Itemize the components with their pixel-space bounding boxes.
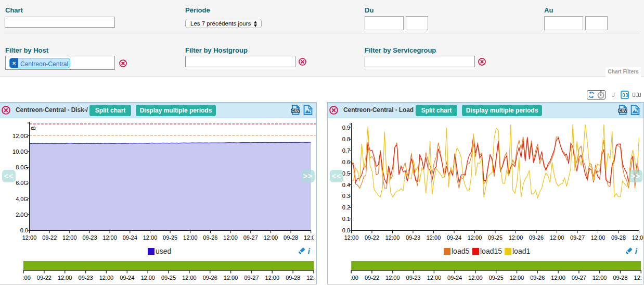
svg-text:B: B	[30, 126, 36, 130]
svg-text:12:00: 12:00	[509, 234, 523, 241]
svg-text:12:00: 12:00	[58, 275, 72, 281]
svg-text:09-23: 09-23	[82, 234, 97, 241]
svg-text:09-23: 09-23	[79, 275, 93, 281]
svg-text:0.3: 0.3	[342, 193, 350, 199]
svg-text:0.7: 0.7	[342, 147, 350, 154]
svg-text:09-23: 09-23	[406, 234, 420, 241]
svg-text:12:00: 12:00	[182, 275, 197, 281]
svg-text:12:00: 12:00	[22, 234, 37, 241]
svg-text:09-28: 09-28	[611, 234, 626, 241]
svg-text:12:00: 12:00	[550, 234, 564, 241]
svg-text:12:00: 12:00	[223, 234, 238, 241]
svg-text:09-26: 09-26	[203, 234, 217, 241]
svg-text:09-25: 09-25	[161, 275, 176, 281]
svg-text:12:00: 12:00	[183, 234, 198, 241]
svg-text:09-25: 09-25	[488, 234, 503, 241]
svg-text:12:00: 12:00	[634, 275, 643, 281]
svg-text:09-27: 09-27	[244, 275, 259, 281]
svg-text:12:00: 12:00	[468, 234, 482, 241]
svg-text:i: i	[635, 247, 638, 255]
svg-text:12:00: 12:00	[385, 275, 400, 281]
svg-text:12.0G: 12.0G	[12, 133, 28, 139]
svg-text:i: i	[308, 247, 311, 255]
svg-text:0.6: 0.6	[342, 159, 350, 165]
svg-text:0.8: 0.8	[342, 136, 350, 142]
svg-text:12:00: 12:00	[304, 234, 316, 241]
svg-text:12:00: 12:00	[140, 275, 155, 281]
svg-text:CSV: CSV	[619, 108, 627, 113]
svg-text:12:00: 12:00	[16, 275, 31, 281]
svg-text:12:00: 12:00	[427, 234, 441, 241]
svg-text:12:00: 12:00	[427, 275, 442, 281]
svg-text:12:00: 12:00	[385, 234, 400, 241]
svg-text:12:00: 12:00	[591, 234, 606, 241]
svg-text:09-22: 09-22	[365, 234, 379, 241]
svg-text:12:00: 12:00	[344, 275, 358, 281]
svg-text:12:00: 12:00	[510, 275, 524, 281]
svg-text:09-25: 09-25	[489, 275, 504, 281]
svg-text:12:00: 12:00	[143, 234, 158, 241]
svg-text:09-24: 09-24	[447, 234, 461, 241]
svg-text:09-22: 09-22	[365, 275, 379, 281]
svg-text:12:00: 12:00	[224, 275, 238, 281]
svg-text:4.0G: 4.0G	[16, 196, 28, 202]
svg-text:CSV: CSV	[291, 108, 300, 113]
svg-text:2.0G: 2.0G	[16, 212, 28, 218]
svg-text:12:00: 12:00	[344, 234, 359, 241]
svg-text:0.4: 0.4	[342, 182, 350, 188]
svg-text:0.1: 0.1	[342, 216, 350, 222]
svg-text:09-26: 09-26	[203, 275, 217, 281]
svg-text:12:00: 12:00	[468, 275, 483, 281]
svg-text:09-22: 09-22	[37, 275, 51, 281]
svg-text:12:00: 12:00	[62, 234, 77, 241]
svg-text:12:00: 12:00	[99, 275, 114, 281]
svg-text:12:00: 12:00	[632, 234, 643, 241]
svg-text:12:00: 12:00	[593, 275, 607, 281]
svg-text:09-24: 09-24	[120, 275, 134, 281]
svg-text:09-28: 09-28	[286, 275, 300, 281]
svg-text:09-28: 09-28	[613, 275, 627, 281]
svg-text:09-28: 09-28	[284, 234, 298, 241]
svg-text:09-24: 09-24	[123, 234, 137, 241]
svg-text:12:00: 12:00	[264, 234, 278, 241]
svg-text:10.0G: 10.0G	[12, 148, 28, 155]
svg-text:8.0G: 8.0G	[16, 164, 28, 170]
svg-text:09-26: 09-26	[530, 275, 545, 281]
svg-text:09-26: 09-26	[529, 234, 544, 241]
svg-text:12:00: 12:00	[265, 275, 280, 281]
svg-text:09-23: 09-23	[406, 275, 421, 281]
svg-text:0.0: 0.0	[20, 227, 28, 233]
svg-text:12:00: 12:00	[551, 275, 565, 281]
svg-text:09-27: 09-27	[570, 234, 585, 241]
svg-text:0.2: 0.2	[342, 204, 350, 210]
svg-text:6.0G: 6.0G	[16, 180, 28, 186]
svg-text:09-25: 09-25	[163, 234, 177, 241]
svg-text:09-24: 09-24	[447, 275, 462, 281]
svg-text:12:00: 12:00	[102, 234, 117, 241]
svg-text:12:00: 12:00	[306, 275, 316, 281]
svg-text:09-27: 09-27	[243, 234, 258, 241]
svg-text:0.9: 0.9	[342, 125, 350, 131]
svg-text:0.0: 0.0	[342, 227, 350, 233]
svg-text:09-22: 09-22	[42, 234, 57, 241]
svg-text:09-27: 09-27	[572, 275, 586, 281]
